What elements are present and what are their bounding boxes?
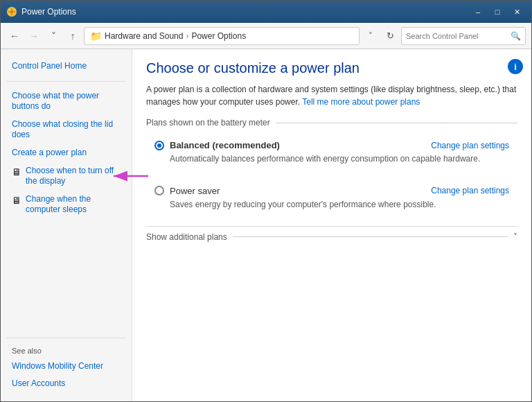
plans-section-header: Plans shown on the battery meter — [146, 118, 517, 128]
sidebar-link-turn-off-display-text[interactable]: Choose when to turn off the display — [26, 166, 121, 187]
address-path[interactable]: 📁 Hardware and Sound › Power Options — [84, 27, 360, 45]
display-icon: 🖥 — [12, 166, 21, 177]
address-bar: ← → ˅ ↑ 📁 Hardware and Sound › Power Opt… — [1, 23, 531, 49]
plan-power-saver-change-link[interactable]: Change plan settings — [431, 186, 509, 195]
window-controls: – □ ✕ — [469, 5, 526, 19]
search-icon: 🔍 — [511, 31, 521, 41]
refresh-button[interactable]: ↻ — [382, 28, 398, 44]
plan-power-saver: Power saver Change plan settings Saves e… — [146, 180, 517, 216]
content-area: Control Panel Home Choose what the power… — [1, 49, 531, 401]
plan-power-saver-name: Power saver — [170, 186, 220, 196]
panel-description: A power plan is a collection of hardware… — [146, 83, 517, 108]
plans-section-label: Plans shown on the battery meter — [146, 118, 276, 128]
sidebar-link-power-buttons[interactable]: Choose what the power buttons do — [6, 87, 126, 116]
sidebar-item-turn-off-display[interactable]: 🖥 Choose when to turn off the display — [6, 162, 126, 191]
sidebar-item-computer-sleeps[interactable]: 🖥 Change when the computer sleeps — [6, 191, 126, 219]
breadcrumb-separator: › — [186, 31, 188, 41]
plan-balanced-radio[interactable] — [154, 141, 164, 150]
sidebar-home-link[interactable]: Control Panel Home — [6, 58, 126, 76]
plan-power-saver-left: Power saver — [154, 186, 220, 196]
title-bar: Power Options – □ ✕ — [1, 1, 531, 23]
breadcrumb-2: Power Options — [191, 31, 246, 41]
close-button[interactable]: ✕ — [508, 5, 526, 19]
plan-balanced: Balanced (recommended) Change plan setti… — [146, 134, 517, 171]
plan-balanced-left: Balanced (recommended) — [154, 140, 280, 150]
additional-plans-section[interactable]: Show additional plans ˅ — [146, 226, 517, 247]
plan-power-saver-header: Power saver Change plan settings — [154, 186, 509, 196]
sidebar-see-also: See also Windows Mobility Center User Ac… — [6, 321, 126, 393]
info-circle[interactable]: i — [508, 59, 523, 74]
search-input[interactable] — [406, 32, 508, 40]
window-icon — [6, 6, 17, 17]
sidebar-link-user-accounts[interactable]: User Accounts — [6, 375, 126, 393]
sidebar-link-mobility-center[interactable]: Windows Mobility Center — [6, 358, 126, 376]
address-dropdown-button[interactable]: ˅ — [362, 28, 379, 44]
plan-power-saver-radio[interactable] — [154, 186, 164, 195]
plan-balanced-description: Automatically balances performance with … — [154, 153, 509, 165]
plan-balanced-change-link[interactable]: Change plan settings — [431, 141, 509, 150]
learn-more-link[interactable]: Tell me more about power plans — [302, 97, 420, 107]
plans-section-line — [276, 123, 517, 123]
plan-balanced-header: Balanced (recommended) Change plan setti… — [154, 140, 509, 150]
sidebar-link-closing-lid[interactable]: Choose what closing the lid does — [6, 116, 126, 144]
see-also-label: See also — [6, 344, 126, 358]
additional-plans-line — [233, 236, 508, 237]
window: Power Options – □ ✕ ← → ˅ ↑ 📁 Hardware a… — [0, 0, 532, 402]
up-button[interactable]: ↑ — [64, 28, 81, 44]
breadcrumb-1: Hardware and Sound — [105, 31, 183, 41]
search-box[interactable]: 🔍 — [401, 27, 526, 45]
back-button[interactable]: ← — [6, 28, 23, 44]
minimize-button[interactable]: – — [469, 5, 487, 19]
svg-point-1 — [10, 10, 14, 14]
restore-button[interactable]: □ — [488, 5, 506, 19]
sidebar-divider-1 — [6, 81, 126, 82]
plan-power-saver-description: Saves energy by reducing your computer's… — [154, 199, 509, 211]
sidebar-link-create-plan[interactable]: Create a power plan — [6, 144, 126, 162]
plan-balanced-name: Balanced (recommended) — [170, 140, 280, 150]
chevron-down-icon: ˅ — [513, 232, 517, 242]
window-title: Power Options — [21, 7, 469, 17]
main-panel: i Choose or customize a power plan A pow… — [132, 49, 531, 401]
folder-icon: 📁 — [90, 30, 102, 42]
panel-title: Choose or customize a power plan — [146, 60, 517, 76]
sidebar-divider-2 — [6, 338, 126, 338]
forward-button[interactable]: → — [26, 28, 42, 44]
sidebar: Control Panel Home Choose what the power… — [1, 49, 132, 401]
dropdown-nav-button[interactable]: ˅ — [45, 28, 62, 44]
additional-plans-label: Show additional plans — [146, 232, 233, 242]
sidebar-link-computer-sleeps-text[interactable]: Change when the computer sleeps — [26, 194, 121, 216]
sleep-icon: 🖥 — [12, 195, 21, 206]
